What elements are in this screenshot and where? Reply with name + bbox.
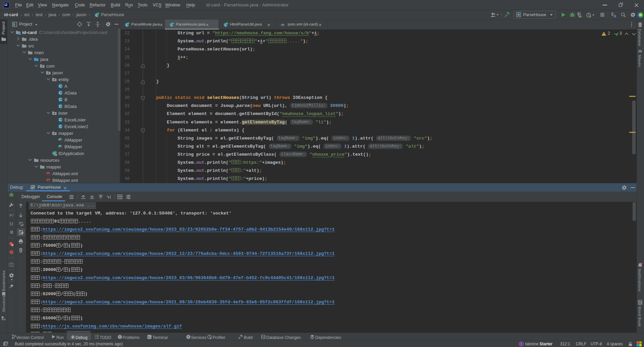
svg-text:C: C — [59, 84, 62, 88]
svg-text:C: C — [59, 91, 62, 95]
svg-text:A: A — [614, 14, 616, 18]
svg-text:C: C — [59, 124, 62, 128]
svg-text:A: A — [640, 302, 642, 304]
svg-text:C: C — [59, 118, 62, 122]
svg-text:C: C — [59, 98, 62, 102]
svg-text:C: C — [59, 104, 62, 108]
